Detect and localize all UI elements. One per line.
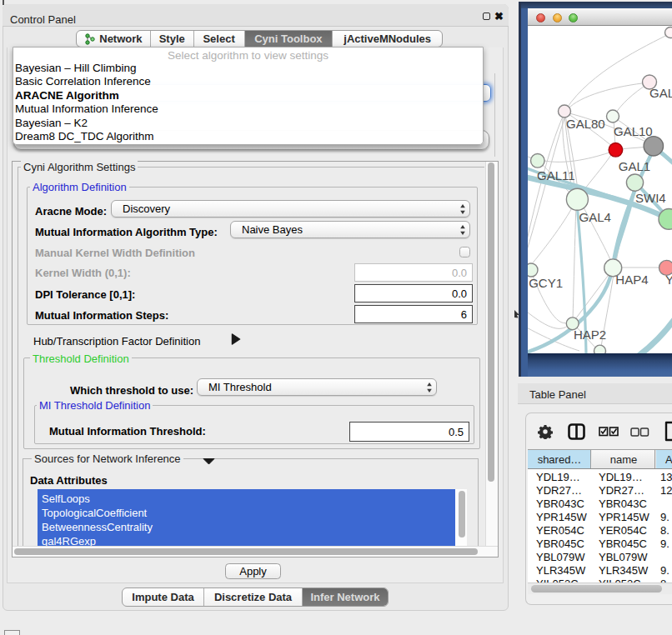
svg-text:GAL11: GAL11: [537, 168, 575, 182]
svg-text:GAL4: GAL4: [579, 210, 611, 224]
svg-text:GCY1: GCY1: [529, 276, 563, 290]
svg-text:GAL80: GAL80: [566, 117, 605, 131]
svg-text:YM: YM: [665, 272, 672, 287]
svg-text:GAL8: GAL8: [649, 86, 672, 100]
svg-text:GAL1: GAL1: [619, 159, 650, 173]
svg-text:SWI4: SWI4: [635, 191, 666, 205]
svg-text:HAP4: HAP4: [615, 272, 648, 287]
svg-text:GAL10: GAL10: [614, 124, 653, 138]
svg-text:HAP2: HAP2: [574, 328, 606, 342]
